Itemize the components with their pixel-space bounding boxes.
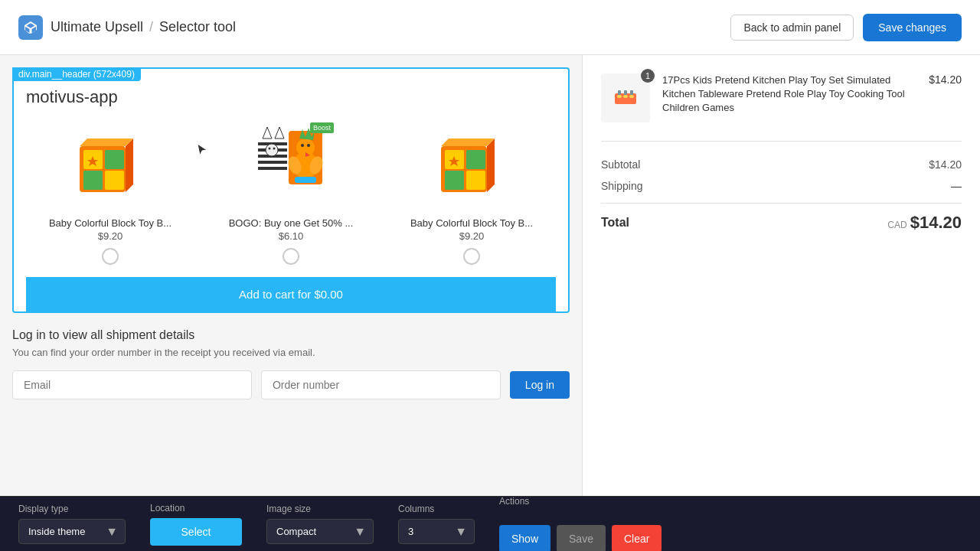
display-type-group: Display type Inside theme Popup Drawer ▼ — [18, 504, 126, 544]
svg-marker-6 — [80, 139, 133, 146]
save-toolbar-button[interactable]: Save — [557, 525, 606, 552]
total-amount-wrap: CAD $14.20 — [887, 213, 962, 233]
cart-item-image — [607, 80, 644, 116]
product-select-radio[interactable] — [463, 248, 480, 265]
product-image-wrap — [426, 119, 518, 211]
product-image — [256, 123, 325, 207]
svg-point-18 — [273, 148, 276, 150]
app-header: Ultimate Upsell / Selector tool Back to … — [0, 0, 980, 55]
product-card: Boost — [207, 119, 375, 265]
product-name: Baby Colorful Block Toy B... — [49, 217, 172, 229]
svg-rect-3 — [83, 171, 103, 190]
widget-container: div.main__header (572x409) motivus-app — [12, 67, 570, 313]
svg-rect-39 — [618, 90, 621, 95]
actions-buttons: Show Save Clear — [499, 525, 662, 552]
svg-point-24 — [307, 144, 310, 147]
page-title: Selector tool — [159, 19, 236, 35]
columns-label: Columns — [398, 504, 475, 514]
display-type-label: Display type — [18, 504, 126, 514]
image-size-select-wrap: Compact Medium Large ▼ — [266, 519, 374, 544]
login-section: Log in to view all shipment details You … — [12, 313, 570, 415]
product-grid: Baby Colorful Block Toy B... $9.20 Boost — [26, 119, 556, 265]
location-group: Location Select — [150, 503, 242, 546]
subtotal-value: $14.20 — [929, 158, 962, 171]
subtotal-row: Subtotal $14.20 — [601, 154, 962, 175]
widget-inner: motivus-app — [14, 69, 568, 311]
cart-item-image-wrap: 1 — [601, 73, 650, 122]
cart-item-badge: 1 — [641, 69, 655, 83]
product-name: BOGO: Buy one Get 50% ... — [229, 217, 354, 229]
back-to-admin-button[interactable]: Back to admin panel — [730, 15, 854, 41]
total-amount: $14.20 — [910, 213, 962, 233]
shipping-label: Shipping — [601, 180, 643, 192]
total-row: Total CAD $14.20 — [601, 203, 962, 242]
subtotal-label: Subtotal — [601, 158, 640, 171]
product-select-radio[interactable] — [102, 248, 119, 265]
display-type-select-wrap: Inside theme Popup Drawer ▼ — [18, 519, 126, 544]
shipping-row: Shipping — — [601, 175, 962, 197]
breadcrumb-sep: / — [149, 19, 153, 35]
svg-marker-15 — [275, 127, 284, 139]
bottom-toolbar: Display type Inside theme Popup Drawer ▼… — [0, 496, 980, 551]
svg-rect-40 — [624, 90, 627, 95]
product-card: Baby Colorful Block Toy B... $9.20 — [387, 119, 556, 265]
svg-rect-4 — [105, 171, 124, 190]
total-label: Total — [601, 216, 629, 230]
product-card: Baby Colorful Block Toy B... $9.20 — [26, 119, 194, 265]
svg-point-17 — [269, 148, 271, 150]
actions-label: Actions — [499, 496, 662, 507]
svg-rect-41 — [630, 90, 633, 95]
app-title: motivus-app — [26, 87, 556, 107]
svg-marker-5 — [126, 139, 133, 192]
login-form: Log in — [12, 370, 570, 399]
save-changes-button[interactable]: Save changes — [863, 14, 962, 41]
order-number-input[interactable] — [261, 370, 501, 399]
image-size-select[interactable]: Compact Medium Large — [266, 519, 374, 544]
svg-marker-35 — [441, 139, 495, 146]
header-right: Back to admin panel Save changes — [730, 14, 962, 41]
product-badge: Boost — [310, 122, 334, 133]
product-select-radio[interactable] — [283, 248, 299, 265]
logo-icon — [18, 15, 43, 40]
svg-point-23 — [301, 144, 304, 147]
header-left: Ultimate Upsell / Selector tool — [18, 15, 236, 40]
total-currency: CAD — [887, 220, 906, 230]
location-select-button[interactable]: Select — [150, 518, 242, 546]
columns-select-wrap: 3 2 4 ▼ — [398, 519, 475, 544]
svg-point-44 — [629, 95, 634, 98]
image-size-group: Image size Compact Medium Large ▼ — [266, 504, 374, 544]
image-size-label: Image size — [266, 504, 374, 514]
svg-rect-13 — [258, 167, 287, 170]
login-title: Log in to view all shipment details — [12, 328, 570, 342]
header-title: Ultimate Upsell / Selector tool — [51, 19, 236, 35]
columns-group: Columns 3 2 4 ▼ — [398, 504, 475, 544]
columns-select[interactable]: 3 2 4 — [398, 519, 475, 544]
product-image — [76, 131, 145, 200]
email-input[interactable] — [12, 370, 252, 399]
widget-label: div.main__header (572x409) — [12, 67, 141, 81]
location-label: Location — [150, 503, 242, 514]
main-content: div.main__header (572x409) motivus-app — [0, 55, 980, 496]
product-image-wrap: Boost — [245, 119, 337, 211]
svg-rect-2 — [105, 150, 124, 169]
display-type-select[interactable]: Inside theme Popup Drawer — [18, 519, 126, 544]
login-button[interactable]: Log in — [510, 371, 570, 399]
clear-button[interactable]: Clear — [612, 525, 662, 552]
svg-rect-32 — [445, 171, 464, 190]
left-panel: div.main__header (572x409) motivus-app — [0, 55, 582, 496]
svg-marker-34 — [487, 139, 495, 192]
product-image — [437, 131, 506, 200]
add-to-cart-button[interactable]: Add to cart for $0.00 — [26, 277, 556, 311]
right-panel: 1 17Pcs Kids Pretend Kitchen Play Toy Se… — [582, 55, 980, 496]
svg-rect-31 — [466, 150, 485, 169]
svg-point-42 — [617, 95, 622, 98]
svg-point-43 — [623, 95, 628, 98]
product-image-wrap — [64, 119, 156, 211]
login-subtitle: You can find your order number in the re… — [12, 347, 570, 358]
cart-item-name: 17Pcs Kids Pretend Kitchen Play Toy Set … — [662, 73, 916, 116]
actions-group: Actions Show Save Clear — [499, 496, 662, 552]
cart-item: 1 17Pcs Kids Pretend Kitchen Play Toy Se… — [601, 73, 962, 122]
product-price: $9.20 — [98, 230, 123, 242]
svg-rect-33 — [466, 171, 485, 190]
show-button[interactable]: Show — [499, 525, 550, 552]
